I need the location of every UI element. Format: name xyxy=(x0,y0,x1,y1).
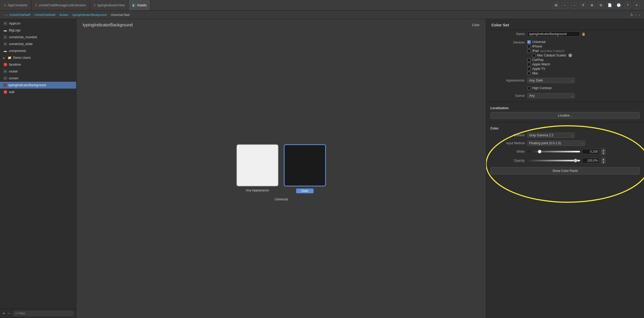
breadcrumb-next[interactable]: › xyxy=(638,13,640,17)
sidebar-item-cometchat-rounded[interactable]: ⊙ cometchat_rounded xyxy=(0,34,76,41)
high-contrast-checkbox[interactable] xyxy=(527,86,531,90)
canvas-area: typingIndicatorBackground Color Any Appe… xyxy=(76,19,486,318)
white-slider-thumb[interactable] xyxy=(538,150,541,153)
color-section-label: Color xyxy=(486,124,644,131)
sidebar-item-biglogo[interactable]: ▬ BigLogo xyxy=(0,27,76,34)
white-value-input[interactable] xyxy=(582,149,599,154)
tab-comet-chat-extension[interactable]: S cometChatMessageListExtension xyxy=(31,0,90,10)
apple-tv-checkbox[interactable] xyxy=(527,67,531,71)
mac-checkbox-row[interactable]: Mac xyxy=(527,71,572,75)
opacity-slider-thumb[interactable] xyxy=(574,159,577,162)
appearances-select[interactable]: Any, Dark xyxy=(527,78,575,83)
tab-assets[interactable]: ◧ Assets xyxy=(129,0,150,10)
color-swatch-icon xyxy=(3,83,7,87)
mac-catalyst-checkbox[interactable] xyxy=(532,54,535,57)
iphone-checkbox-row[interactable]: iPhone xyxy=(527,45,572,48)
any-appearance-swatch[interactable] xyxy=(236,144,279,186)
color-swatches: Any Appearance Dark xyxy=(236,144,326,193)
filter-box[interactable]: ⊙ Filter xyxy=(13,311,74,316)
breadcrumb-prev[interactable]: ‹ xyxy=(635,13,637,17)
gamut-select[interactable]: Any xyxy=(527,93,575,98)
split-btn[interactable]: ⧉ xyxy=(598,2,604,8)
carplay-checkbox-row[interactable]: CarPlay xyxy=(527,58,572,62)
breadcrumb-comet-swift-2[interactable]: CometChatSwift xyxy=(35,13,55,16)
color-button[interactable]: Color xyxy=(472,23,480,27)
add-item-btn[interactable]: + xyxy=(3,311,5,316)
sidebar-item-components[interactable]: ▬ components xyxy=(0,47,76,54)
iphone-checkbox[interactable] xyxy=(527,45,531,48)
sidebar-item-typing-indicator-bg[interactable]: typingIndicatorBackground xyxy=(0,82,76,89)
sidebar-item-demo-users[interactable]: ▶ 📁 Demo Users xyxy=(0,54,76,61)
breadcrumb-sep-2: › xyxy=(57,13,58,16)
appicon-icon: ⊙ xyxy=(3,21,7,26)
ipad-checkbox[interactable] xyxy=(527,49,531,53)
high-contrast-row: High Contrast xyxy=(486,84,644,92)
reload-btn[interactable]: ↺ xyxy=(580,2,586,8)
gamut-label: Gamut xyxy=(490,94,525,98)
sidebar-item-wall[interactable]: 🔴 wall xyxy=(0,89,76,95)
settings-btn[interactable]: ≡ xyxy=(633,2,640,8)
opacity-value-input[interactable] xyxy=(582,158,599,163)
content-select[interactable]: Gray Gamma 2.2 xyxy=(527,133,575,138)
gamut-select-wrap[interactable]: Any xyxy=(527,93,575,98)
apple-tv-checkbox-row[interactable]: Apple TV xyxy=(527,67,572,71)
opacity-stepper-down[interactable]: ▼ xyxy=(601,161,606,164)
show-color-panel-button[interactable]: Show Color Panel xyxy=(490,167,640,175)
dark-swatch[interactable] xyxy=(284,144,326,186)
universal-checkbox-row[interactable]: ✓ Universal xyxy=(527,40,572,44)
remove-item-btn[interactable]: − xyxy=(8,311,10,316)
localize-button[interactable]: Localize... xyxy=(490,112,640,119)
filter-icon: ⊙ xyxy=(15,312,17,315)
carplay-checkbox[interactable] xyxy=(527,58,531,62)
breadcrumb-comet-swift-1[interactable]: CometChatSwift xyxy=(9,13,30,16)
breadcrumb-right: ⚠ ‹ › xyxy=(630,13,640,17)
input-method-select-wrap[interactable]: Floating point (0.0-1.0) xyxy=(527,141,585,146)
name-input[interactable] xyxy=(527,31,580,37)
forward-btn[interactable]: → xyxy=(571,2,577,8)
opacity-label: Opacity xyxy=(490,159,525,162)
info-icon[interactable]: i xyxy=(568,54,572,57)
cometchat-rounded-icon: ⊙ xyxy=(3,35,7,39)
sidebar-item-rocket[interactable]: ⊙ rocket xyxy=(0,68,76,75)
apple-tv-label: Apple TV xyxy=(532,67,545,71)
tab-app-constants[interactable]: S AppConstants xyxy=(0,0,31,10)
doc-btn[interactable]: 📄 xyxy=(607,2,613,8)
content-label: Content xyxy=(490,133,525,137)
carplay-label: CarPlay xyxy=(532,58,544,62)
history-btn[interactable]: 🕐 xyxy=(616,2,622,8)
universal-checkbox[interactable]: ✓ xyxy=(527,40,531,44)
mac-checkbox[interactable] xyxy=(527,72,531,75)
white-stepper-up[interactable]: ▲ xyxy=(601,148,606,152)
content-select-wrap[interactable]: Gray Gamma 2.2 xyxy=(527,133,575,138)
apple-watch-checkbox[interactable] xyxy=(527,63,531,66)
breadcrumb-assets[interactable]: Assets xyxy=(60,13,68,16)
apple-watch-checkbox-row[interactable]: Apple Watch xyxy=(527,62,572,66)
grid-view-btn[interactable]: ⊞ xyxy=(553,2,559,8)
nav-back[interactable]: ‹ xyxy=(4,13,6,17)
mac-catalyst-label: Mac Catalyst Scaled xyxy=(537,54,566,57)
opacity-stepper-up[interactable]: ▲ xyxy=(601,157,606,161)
ipad-checkbox-row[interactable]: iPad (and Mac Catalyst) xyxy=(527,49,572,53)
mac-catalyst-checkbox-row[interactable]: Mac Catalyst Scaled i xyxy=(527,54,572,57)
appearances-select-wrap[interactable]: Any, Dark xyxy=(527,78,575,83)
sidebar-item-facetime[interactable]: 🔴 facetime xyxy=(0,61,76,68)
nav-forward[interactable]: › xyxy=(7,13,8,17)
white-slider-track[interactable] xyxy=(527,151,580,152)
back-btn[interactable]: ← xyxy=(562,2,568,8)
tab-typing-indicator[interactable]: S typingIndicatorView xyxy=(90,0,129,10)
opacity-stepper: ▲ ▼ xyxy=(601,157,606,164)
divider-2 xyxy=(486,122,644,122)
white-stepper-down[interactable]: ▼ xyxy=(601,152,606,155)
title-bar: S AppConstants S cometChatMessageListExt… xyxy=(0,0,644,11)
help-btn[interactable]: ? xyxy=(625,2,631,8)
breadcrumb-universal-dark[interactable]: Universal Dark xyxy=(111,13,130,16)
sidebar-item-appicon[interactable]: ⊙ AppIcon xyxy=(0,20,76,27)
breadcrumb-typing-indicator[interactable]: typingIndicatorBackground xyxy=(72,13,106,16)
assets-icon: ◧ xyxy=(132,3,135,7)
high-contrast-checkbox-row[interactable]: High Contrast xyxy=(527,86,552,90)
input-method-select[interactable]: Floating point (0.0-1.0) xyxy=(527,141,585,146)
sidebar-item-cometchat-white[interactable]: ⊙ cometchat_white xyxy=(0,41,76,47)
opacity-slider-track[interactable] xyxy=(527,160,580,161)
more-btn[interactable]: ⊕ xyxy=(589,2,595,8)
sidebar-item-screen[interactable]: ⊙ screen xyxy=(0,75,76,82)
